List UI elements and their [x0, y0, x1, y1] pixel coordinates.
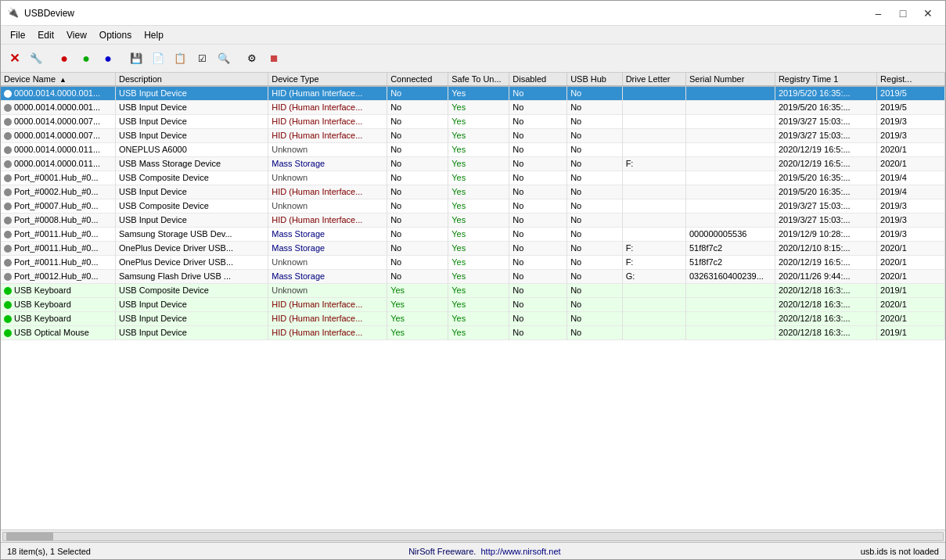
html-report-button[interactable]: 📄 — [148, 48, 168, 69]
cell-drive-letter — [622, 199, 685, 213]
table-row[interactable]: Port_#0012.Hub_#0...Samsung Flash Drive … — [1, 269, 945, 283]
cell-registry-time1: 2019/5/20 16:35:... — [775, 86, 876, 100]
col-header-disabled[interactable]: Disabled — [509, 73, 567, 86]
col-header-registry-time1[interactable]: Registry Time 1 — [775, 73, 876, 86]
cell-serial-number — [686, 311, 775, 325]
table-row[interactable]: 0000.0014.0000.001...USB Input DeviceHID… — [1, 100, 945, 114]
cell-drive-letter — [622, 311, 685, 325]
menu-file[interactable]: File — [4, 28, 31, 42]
cell-registry-time2: 2020/1 — [877, 156, 945, 171]
disconnected-indicator-icon — [4, 203, 12, 210]
cell-registry-time2: 2020/1 — [877, 269, 945, 283]
connected-indicator-icon — [4, 287, 12, 295]
cell-device-type: Mass Storage — [268, 269, 387, 283]
col-header-device-type[interactable]: Device Type — [268, 73, 387, 86]
table-row[interactable]: USB KeyboardUSB Input DeviceHID (Human I… — [1, 311, 945, 325]
device-table-container[interactable]: Device Name ▲ Description Device Type Co… — [1, 73, 945, 529]
cell-serial-number — [686, 171, 775, 185]
cell-device-type: Mass Storage — [268, 241, 387, 255]
table-row[interactable]: Port_#0007.Hub_#0...USB Composite Device… — [1, 199, 945, 213]
cell-description: USB Input Device — [115, 311, 268, 325]
connect-button[interactable]: ● — [98, 48, 118, 69]
table-row[interactable]: 0000.0014.0000.007...USB Input DeviceHID… — [1, 114, 945, 128]
table-row[interactable]: Port_#0011.Hub_#0...OnePlus Device Drive… — [1, 241, 945, 255]
table-row[interactable]: Port_#0001.Hub_#0...USB Composite Device… — [1, 171, 945, 185]
connected-indicator-icon — [4, 315, 12, 323]
menu-options[interactable]: Options — [93, 28, 138, 42]
advanced-button[interactable]: ⚙ — [242, 48, 262, 69]
find-button[interactable]: 🔍 — [214, 48, 234, 69]
col-header-safe-to-unplug[interactable]: Safe To Un... — [448, 73, 509, 86]
cell-safe-to-unplug: Yes — [448, 241, 509, 255]
cell-serial-number — [686, 325, 775, 339]
properties-button[interactable]: 🔧 — [26, 48, 46, 69]
scrollbar-thumb[interactable] — [6, 533, 53, 540]
cell-serial-number: 51f8f7c2 — [686, 241, 775, 255]
table-row[interactable]: 0000.0014.0000.011...ONEPLUS A6000Unknow… — [1, 142, 945, 156]
cell-device-type: Unknown — [268, 171, 387, 185]
cell-serial-number — [686, 142, 775, 156]
cell-description: USB Input Device — [115, 128, 268, 142]
disconnected-indicator-icon — [4, 146, 12, 154]
cell-device-name: Port_#0011.Hub_#0... — [1, 227, 115, 241]
menu-view[interactable]: View — [60, 28, 93, 42]
cell-registry-time2: 2019/3 — [877, 213, 945, 227]
cell-connected: No — [387, 128, 448, 142]
menu-help[interactable]: Help — [138, 28, 170, 42]
col-header-connected[interactable]: Connected — [387, 73, 448, 86]
col-header-description[interactable]: Description — [115, 73, 268, 86]
enable-button[interactable]: ● — [76, 48, 96, 69]
main-window: 🔌 USBDeview ‒ □ ✕ File Edit View Options… — [0, 0, 946, 560]
cell-device-type: Unknown — [268, 283, 387, 297]
delete-button[interactable]: ✕ — [4, 48, 24, 69]
cell-registry-time1: 2020/12/18 16:3:... — [775, 283, 876, 297]
table-row[interactable]: Port_#0011.Hub_#0...OnePlus Device Drive… — [1, 255, 945, 269]
select-all-button[interactable]: ☑ — [192, 48, 212, 69]
table-row[interactable]: 0000.0014.0000.001...USB Input DeviceHID… — [1, 86, 945, 100]
cell-safe-to-unplug: Yes — [448, 185, 509, 199]
cell-drive-letter — [622, 283, 685, 297]
cell-description: USB Input Device — [115, 100, 268, 114]
copy-button[interactable]: 📋 — [170, 48, 190, 69]
col-header-registry-time2[interactable]: Regist... — [877, 73, 945, 86]
nirsoft-link[interactable]: http://www.nirsoft.net — [480, 547, 560, 556]
table-row[interactable]: Port_#0002.Hub_#0...USB Input DeviceHID … — [1, 185, 945, 199]
cell-registry-time2: 2020/1 — [877, 297, 945, 311]
cell-safe-to-unplug: Yes — [448, 283, 509, 297]
window-controls: ‒ □ ✕ — [867, 5, 939, 22]
cell-device-type: HID (Human Interface... — [268, 213, 387, 227]
menu-edit[interactable]: Edit — [31, 28, 60, 42]
disconnected-indicator-icon — [4, 231, 12, 239]
table-row[interactable]: 0000.0014.0000.007...USB Input DeviceHID… — [1, 128, 945, 142]
table-row[interactable]: 0000.0014.0000.011...USB Mass Storage De… — [1, 156, 945, 171]
table-row[interactable]: USB KeyboardUSB Composite DeviceUnknownY… — [1, 283, 945, 297]
col-header-device-name[interactable]: Device Name ▲ — [1, 73, 115, 86]
cell-device-type: HID (Human Interface... — [268, 128, 387, 142]
table-row[interactable]: Port_#0011.Hub_#0...Samsung Storage USB … — [1, 227, 945, 241]
connected-indicator-icon — [4, 301, 12, 309]
col-header-serial-number[interactable]: Serial Number — [686, 73, 775, 86]
maximize-button[interactable]: □ — [892, 5, 914, 22]
exit-button[interactable]: ⏹ — [264, 48, 284, 69]
cell-usb-hub: No — [567, 241, 623, 255]
table-row[interactable]: Port_#0008.Hub_#0...USB Input DeviceHID … — [1, 213, 945, 227]
sort-arrow-icon: ▲ — [59, 76, 67, 84]
horizontal-scrollbar[interactable] — [1, 529, 945, 542]
minimize-button[interactable]: ‒ — [867, 5, 889, 22]
table-row[interactable]: USB Optical MouseUSB Input DeviceHID (Hu… — [1, 325, 945, 339]
cell-usb-hub: No — [567, 86, 623, 100]
save-button[interactable]: 💾 — [126, 48, 146, 69]
table-row[interactable]: USB KeyboardUSB Input DeviceHID (Human I… — [1, 297, 945, 311]
col-header-drive-letter[interactable]: Drive Letter — [622, 73, 685, 86]
cell-connected: No — [387, 227, 448, 241]
close-button[interactable]: ✕ — [917, 5, 939, 22]
cell-drive-letter: F: — [622, 241, 685, 255]
cell-safe-to-unplug: Yes — [448, 100, 509, 114]
scrollbar-track[interactable] — [2, 532, 944, 541]
col-header-usb-hub[interactable]: USB Hub — [567, 73, 623, 86]
cell-description: Samsung Storage USB Dev... — [115, 227, 268, 241]
cell-device-type: HID (Human Interface... — [268, 325, 387, 339]
cell-device-name: Port_#0011.Hub_#0... — [1, 255, 115, 269]
cell-registry-time2: 2020/1 — [877, 255, 945, 269]
disable-button[interactable]: ● — [54, 48, 74, 69]
